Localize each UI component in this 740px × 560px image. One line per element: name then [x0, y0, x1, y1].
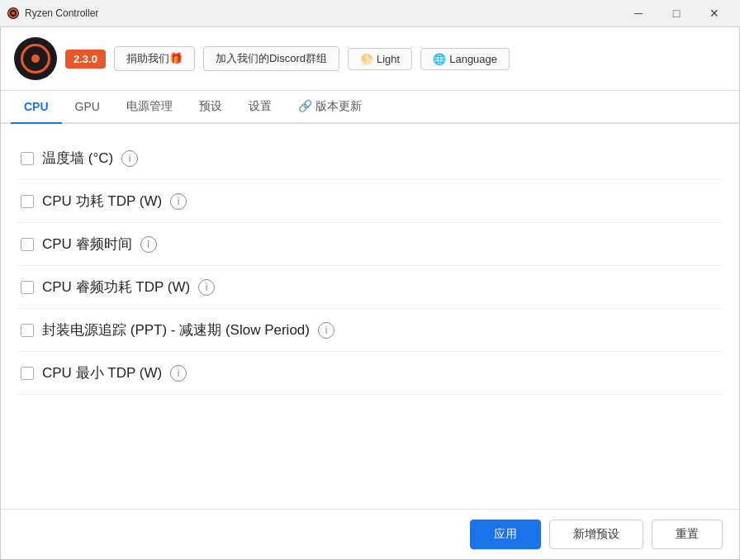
maximize-button[interactable]: □	[657, 0, 695, 26]
window-controls: ─ □ ✕	[619, 0, 733, 26]
titlebar: Ryzen Controller ─ □ ✕	[0, 0, 740, 26]
footer: 应用 新增预设 重置	[1, 509, 739, 559]
discord-button[interactable]: 加入我们的Discord群组	[203, 46, 339, 71]
tab-cpu-label: CPU	[24, 100, 49, 113]
checkbox-cpu-tdp[interactable]	[21, 195, 34, 208]
language-button[interactable]: 🌐 Language	[420, 48, 510, 70]
reset-button[interactable]: 重置	[652, 520, 723, 549]
minimize-button[interactable]: ─	[619, 0, 657, 26]
tab-bar: CPU GPU 电源管理 预设 设置 🔗 版本更新	[1, 91, 739, 124]
app-window: 2.3.0 捐助我们🎁 加入我们的Discord群组 🌕 Light 🌐 Lan…	[0, 26, 740, 560]
svg-point-2	[12, 12, 15, 15]
checkbox-ppt[interactable]	[21, 324, 34, 337]
label-ppt: 封装电源追踪 (PPT) - 减速期 (Slow Period)	[42, 320, 310, 339]
label-cpu-tdp: CPU 功耗 TDP (W)	[42, 192, 162, 211]
app-icon	[7, 7, 20, 20]
logo-inner	[21, 44, 50, 74]
label-cpu-min-tdp: CPU 最小 TDP (W)	[42, 363, 162, 382]
tab-presets-label: 预设	[199, 99, 222, 114]
setting-row-temp-wall: 温度墙 (°C)i	[17, 137, 723, 180]
setting-row-cpu-tdp: CPU 功耗 TDP (W)i	[17, 180, 723, 223]
light-label: Light	[377, 53, 400, 65]
sun-icon: 🌕	[360, 53, 373, 65]
checkbox-cpu-sleep-tdp[interactable]	[21, 281, 34, 294]
app-title: Ryzen Controller	[25, 7, 619, 19]
tab-settings-label: 设置	[249, 99, 272, 114]
tab-update-label: 🔗 版本更新	[298, 99, 362, 114]
label-cpu-sleep-time: CPU 睿频时间	[42, 235, 132, 254]
globe-icon: 🌐	[433, 53, 446, 65]
tab-gpu-label: GPU	[75, 100, 100, 113]
info-icon-cpu-tdp[interactable]: i	[170, 193, 187, 210]
tab-settings[interactable]: 设置	[235, 91, 285, 124]
checkbox-cpu-sleep-time[interactable]	[21, 238, 34, 251]
tab-update[interactable]: 🔗 版本更新	[285, 91, 375, 124]
language-label: Language	[449, 53, 497, 65]
tab-cpu[interactable]: CPU	[11, 91, 62, 124]
light-button[interactable]: 🌕 Light	[348, 48, 412, 70]
info-icon-cpu-sleep-time[interactable]: i	[140, 236, 157, 253]
setting-row-cpu-min-tdp: CPU 最小 TDP (W)i	[17, 352, 723, 395]
tab-gpu[interactable]: GPU	[62, 91, 113, 124]
logo	[14, 37, 57, 80]
info-icon-ppt[interactable]: i	[318, 322, 334, 339]
setting-row-ppt: 封装电源追踪 (PPT) - 减速期 (Slow Period)i	[17, 309, 723, 352]
info-icon-cpu-sleep-tdp[interactable]: i	[198, 279, 215, 296]
setting-row-cpu-sleep-time: CPU 睿频时间i	[17, 223, 723, 266]
info-icon-temp-wall[interactable]: i	[121, 150, 138, 167]
header: 2.3.0 捐助我们🎁 加入我们的Discord群组 🌕 Light 🌐 Lan…	[1, 27, 739, 91]
apply-button[interactable]: 应用	[470, 520, 541, 549]
label-temp-wall: 温度墙 (°C)	[42, 149, 113, 168]
setting-row-cpu-sleep-tdp: CPU 睿频功耗 TDP (W)i	[17, 266, 723, 309]
info-icon-cpu-min-tdp[interactable]: i	[170, 365, 187, 382]
checkbox-cpu-min-tdp[interactable]	[21, 367, 34, 380]
version-badge: 2.3.0	[65, 50, 106, 69]
close-button[interactable]: ✕	[695, 0, 733, 26]
checkbox-temp-wall[interactable]	[21, 152, 34, 165]
tab-power-label: 电源管理	[126, 99, 173, 114]
tab-presets[interactable]: 预设	[186, 91, 235, 124]
donate-button[interactable]: 捐助我们🎁	[114, 46, 195, 71]
content-area: 温度墙 (°C)iCPU 功耗 TDP (W)iCPU 睿频时间iCPU 睿频功…	[1, 124, 739, 509]
label-cpu-sleep-tdp: CPU 睿频功耗 TDP (W)	[42, 278, 190, 297]
tab-power[interactable]: 电源管理	[113, 91, 186, 124]
new-preset-button[interactable]: 新增预设	[549, 520, 643, 549]
